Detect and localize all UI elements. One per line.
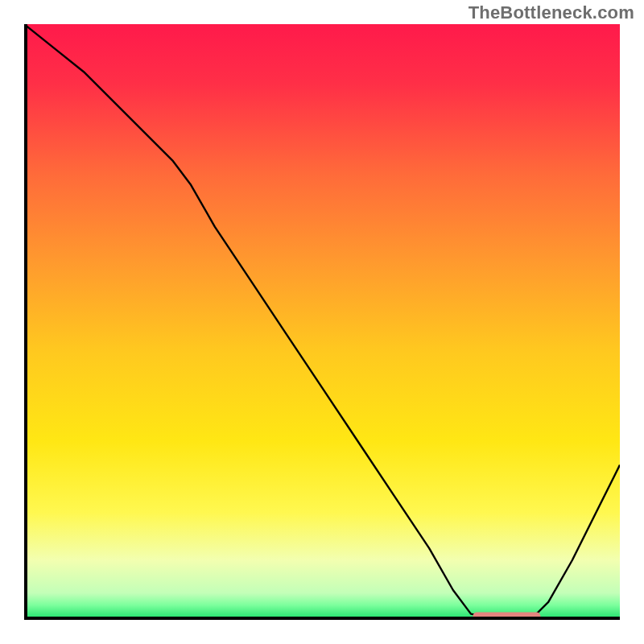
chart-stage: TheBottleneck.com [0,0,644,644]
heat-background [24,24,620,620]
watermark-text: TheBottleneck.com [469,2,634,23]
chart-svg [24,24,620,620]
plot-area [24,24,620,620]
